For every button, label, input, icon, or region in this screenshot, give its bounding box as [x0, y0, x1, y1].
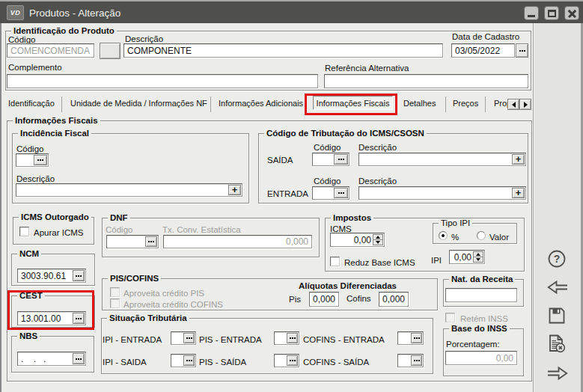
aproveita-credito-pis-checkbox[interactable] — [110, 287, 120, 297]
aliquotas-diferenciadas-title: Alíquotas Diferenciadas — [299, 281, 397, 290]
data-cadastro-picker-button[interactable] — [516, 43, 528, 58]
tab-informacoes-adicionais[interactable]: Informações Adicionais — [219, 99, 303, 108]
ncm-browse-button[interactable] — [73, 270, 85, 281]
referencia-alternativa-field[interactable] — [324, 74, 528, 88]
spin-down-button[interactable] — [473, 257, 483, 263]
ncm-field[interactable]: 3003.90.61 — [17, 269, 86, 283]
pis-saida-field[interactable] — [274, 354, 299, 367]
pis-entrada-label: PIS - ENTRADA — [199, 335, 262, 344]
saida-descricao-expand-button[interactable]: + — [512, 154, 525, 165]
tab-divider — [445, 97, 446, 112]
ellipsis-icon — [76, 358, 82, 360]
delete-record-icon — [547, 334, 567, 354]
save-button[interactable] — [547, 306, 567, 325]
dnf-codigo-browse-button[interactable] — [145, 236, 157, 247]
help-button[interactable]: ? — [547, 249, 567, 269]
minimize-button[interactable] — [524, 6, 539, 20]
ipi-spinner[interactable] — [473, 251, 483, 263]
nbs-browse-button[interactable] — [73, 353, 85, 364]
tab-scroll-left-button[interactable] — [507, 99, 519, 110]
cofins-saida-field[interactable] — [397, 354, 424, 367]
tab-unidade-medida[interactable]: Unidade de Medida / Informações NF — [70, 99, 207, 108]
icms-spinner[interactable] — [373, 234, 383, 245]
pis-aliquota-field[interactable]: 0,000 — [309, 292, 339, 307]
data-cadastro-field[interactable]: 03/05/2022 — [451, 43, 515, 58]
icms-field[interactable]: 0,00 — [330, 233, 385, 247]
entrada-codigo-field[interactable] — [312, 186, 350, 200]
save-icon — [547, 306, 567, 325]
cofins-label: Cofins — [347, 294, 371, 303]
tab-precos[interactable]: Preços — [453, 99, 478, 108]
spin-up-button[interactable] — [373, 234, 383, 240]
referencia-alternativa-label: Referência Alternativa — [325, 64, 409, 73]
tab-identificacao[interactable]: Identificação — [8, 99, 55, 108]
maximize-button[interactable] — [544, 6, 559, 20]
cest-field[interactable]: 13.001.00 — [17, 311, 86, 325]
maximize-icon — [548, 10, 556, 17]
saida-codigo-field[interactable] — [312, 153, 350, 166]
ipi-entrada-browse-button[interactable] — [183, 333, 195, 343]
reduz-base-icms-checkbox[interactable] — [330, 257, 340, 266]
forward-button[interactable] — [547, 366, 568, 381]
incidencia-codigo-label: Código — [16, 144, 43, 153]
dnf-codigo-field[interactable] — [106, 235, 159, 248]
window-title: Produtos - Alteração — [29, 5, 120, 20]
back-button[interactable] — [547, 280, 568, 295]
group-tipo-ipi-title: Tipo IPI — [439, 218, 472, 228]
base-inss-field[interactable]: 0,00 — [445, 351, 517, 365]
codigo-field[interactable]: COMENCOMENDA — [7, 43, 94, 58]
ellipsis-icon — [76, 275, 82, 277]
ipi-field[interactable]: 0,00 — [449, 250, 485, 264]
entrada-codigo-browse-button[interactable] — [334, 188, 348, 198]
pis-saida-browse-button[interactable] — [287, 355, 298, 366]
tipo-ipi-valor-radio[interactable] — [477, 231, 486, 240]
descricao-label: Descrição — [125, 34, 163, 43]
tab-detalhes[interactable]: Detalhes — [403, 99, 436, 108]
incidencia-codigo-field[interactable] — [16, 153, 49, 167]
entrada-descricao-expand-button[interactable]: + — [512, 188, 525, 198]
data-cadastro-label: Data de Cadastro — [452, 32, 519, 41]
nbs-field[interactable]: . . . — [17, 352, 86, 366]
incidencia-descricao-label: Descrição — [16, 174, 55, 183]
incidencia-codigo-browse-button[interactable] — [34, 155, 47, 165]
tab-divider — [210, 97, 211, 112]
ipi-saida-browse-button[interactable] — [183, 355, 195, 366]
complemento-field[interactable] — [7, 74, 318, 88]
retem-inss-checkbox[interactable] — [445, 313, 455, 322]
group-situacao-title: Situação Tributária — [107, 313, 189, 323]
cofins-entrada-field[interactable] — [397, 331, 424, 345]
ipi-entrada-field[interactable] — [171, 331, 196, 345]
pis-entrada-browse-button[interactable] — [287, 333, 298, 343]
close-button[interactable] — [564, 6, 579, 20]
arrow-left-icon — [512, 102, 516, 108]
tab-informacoes-fiscais[interactable]: Informações Fiscais — [313, 96, 393, 110]
cofins-saida-browse-button[interactable] — [411, 355, 422, 366]
ellipsis-icon — [186, 337, 192, 339]
title-bar: VD Produtos - Alteração — [0, 0, 583, 23]
spin-down-button[interactable] — [373, 240, 383, 245]
cofins-entrada-browse-button[interactable] — [411, 333, 422, 343]
tab-scroll-right-button[interactable] — [519, 99, 531, 110]
entrada-descricao-combo[interactable]: + — [358, 186, 526, 200]
ellipsis-icon — [148, 241, 154, 242]
saida-codigo-browse-button[interactable] — [334, 154, 348, 165]
incidencia-descricao-expand-button[interactable]: + — [228, 185, 241, 195]
descricao-field[interactable]: COMPONENTE — [123, 43, 443, 58]
tipo-ipi-percent-radio[interactable] — [439, 231, 448, 240]
tab-divider — [485, 97, 486, 112]
spin-up-button[interactable] — [473, 251, 483, 257]
delete-record-button[interactable] — [547, 334, 567, 354]
pis-entrada-field[interactable] — [274, 331, 299, 345]
codigo-browse-button[interactable] — [100, 43, 120, 59]
ipi-saida-field[interactable] — [171, 354, 196, 367]
apurar-icms-checkbox[interactable] — [19, 227, 29, 236]
saida-descricao-combo[interactable]: + — [358, 153, 526, 166]
dnf-tx-field[interactable]: 0,000 — [163, 235, 312, 248]
incidencia-descricao-combo[interactable]: + — [16, 183, 242, 197]
arrow-down-icon — [476, 258, 480, 261]
nat-receita-field[interactable] — [445, 288, 517, 302]
ellipsis-icon — [338, 192, 344, 194]
cofins-aliquota-field[interactable]: 0,000 — [379, 292, 409, 307]
cest-browse-button[interactable] — [73, 313, 85, 324]
aproveita-credito-cofins-checkbox[interactable] — [110, 298, 120, 308]
